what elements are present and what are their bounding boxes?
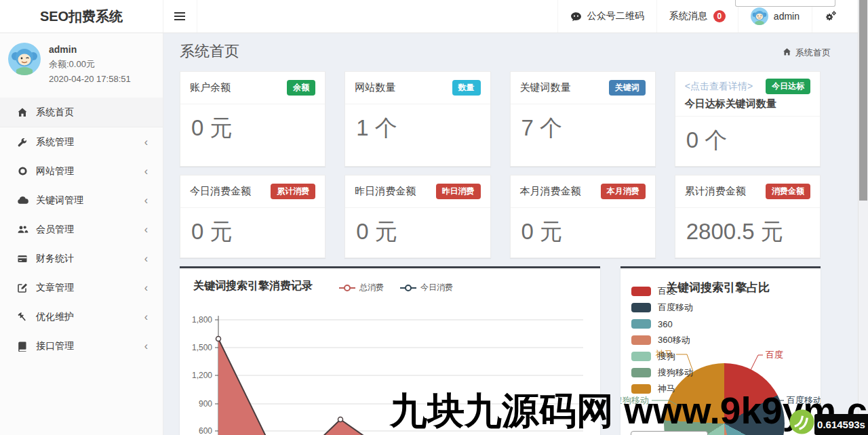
y-tick: 1,500: [192, 343, 212, 352]
wrench-icon: [16, 137, 28, 148]
stat-card-value: 0 元: [180, 208, 325, 257]
edit-icon: [16, 283, 28, 293]
legend-item-sogou[interactable]: 搜狗: [631, 348, 693, 365]
legend-item-baidu-mobile[interactable]: 百度移动: [631, 299, 693, 316]
sidebar-item-label: 网站管理: [36, 165, 74, 178]
sidebar-menu: 系统首页 系统管理 ‹ 网站管理 ‹ 关键词管理: [0, 98, 163, 360]
sidebar-item-website[interactable]: 网站管理 ‹: [0, 157, 163, 186]
sidebar-item-home[interactable]: 系统首页: [0, 98, 163, 127]
legend-item-sogou-mobile[interactable]: 搜狗移动: [631, 365, 693, 381]
legend-swatch: [631, 303, 651, 312]
stat-card-value: 1 个: [345, 104, 490, 154]
legend-label: 百度: [658, 285, 675, 297]
stat-card-value: 0 元: [180, 104, 325, 154]
book-icon: [16, 341, 28, 352]
y-tick: 1,200: [192, 371, 212, 380]
status-badge: 数量: [452, 80, 481, 96]
hamburger-icon: [174, 10, 185, 22]
messages-menu-item[interactable]: 系统消息 0: [656, 0, 738, 33]
legend-item-today[interactable]: 今日消费: [400, 282, 453, 293]
open-dropdown-panel: [735, 0, 835, 7]
legend-item-baidu[interactable]: 百度: [631, 283, 693, 299]
cogs-icon: [825, 10, 837, 22]
stat-card-subtitle: 今日达标关键词数量: [685, 98, 810, 110]
thinkphp-trace-icon[interactable]: [789, 409, 815, 435]
chevron-left-icon: ‹: [144, 312, 148, 323]
legend-item-total[interactable]: 总消费: [339, 282, 384, 293]
stat-cards-row-2: 今日消费金额 累计消费 0 元 昨日消费金额 昨日消费 0 元 本月消费金额 本…: [180, 175, 821, 258]
legend-item-360[interactable]: 360: [631, 316, 693, 332]
legend-label: 百度移动: [658, 302, 693, 314]
sidebar-item-optimization[interactable]: 优化维护 ‹: [0, 302, 163, 331]
sidebar: admin 余额:0.00元 2020-04-20 17:58:51 系统首页 …: [0, 33, 163, 435]
stat-card-total-spend: 累计消费金额 消费金额 2800.5 元: [675, 175, 821, 258]
legend-item-360-mobile[interactable]: 360移动: [631, 332, 693, 348]
avatar: [8, 43, 41, 75]
status-badge: 关键词: [609, 80, 646, 96]
breadcrumb-label: 系统首页: [795, 47, 831, 59]
chevron-left-icon: ‹: [144, 166, 148, 177]
stat-card-today-reached: <点击查看详情> 今日达标 今日达标关键词数量 0 个: [675, 71, 821, 167]
messages-label: 系统消息: [669, 10, 707, 22]
brand-logo: SEO扣费系统: [0, 0, 163, 33]
status-badge: 累计消费: [271, 184, 315, 199]
credit-card-icon: [16, 253, 28, 264]
legend-swatch: [631, 287, 651, 296]
breadcrumb[interactable]: 系统首页: [783, 47, 831, 59]
chevron-left-icon: ‹: [144, 137, 148, 148]
stat-card-title: 账户余额: [190, 81, 231, 94]
status-badge: 余额: [287, 80, 315, 96]
stat-card-title: 昨日消费金额: [355, 185, 416, 198]
chevron-left-icon: ‹: [144, 283, 148, 293]
sidebar-item-keywords[interactable]: 关键词管理 ‹: [0, 186, 163, 215]
stat-card-yesterday-spend: 昨日消费金额 昨日消费 0 元: [344, 175, 490, 258]
line-chart-legend: 总消费 今日消费: [339, 282, 453, 293]
chevron-left-icon: ‹: [144, 224, 148, 235]
legend-label: 360移动: [658, 334, 690, 346]
scrollbar-thumb[interactable]: [859, 0, 867, 201]
stat-card-websites: 网站数量 数量 1 个: [344, 71, 490, 167]
chevron-left-icon: ‹: [144, 341, 148, 352]
y-tick: 900: [199, 399, 212, 409]
legend-swatch: [631, 352, 651, 361]
stat-card-value: 0 个: [675, 117, 820, 166]
sidebar-item-label: 关键词管理: [36, 194, 83, 207]
sidebar-toggle-button[interactable]: [163, 0, 197, 33]
legend-label: 总消费: [359, 282, 384, 293]
stat-card-balance: 账户余额 余额 0 元: [180, 71, 326, 167]
sidebar-item-label: 财务统计: [36, 253, 74, 265]
qrcode-menu-item[interactable]: 公众号二维码: [557, 0, 656, 33]
legend-label: 搜狗移动: [658, 367, 693, 379]
stat-card-value: 0 元: [345, 208, 490, 257]
stat-card-month-spend: 本月消费金额 本月消费 0 元: [510, 175, 656, 258]
gavel-icon: [16, 312, 28, 323]
stat-card-title: 关键词数量: [520, 81, 571, 94]
legend-label: 搜狗: [658, 350, 675, 362]
sidebar-item-system[interactable]: 系统管理 ‹: [0, 127, 163, 157]
view-details-link[interactable]: <点击查看详情>: [685, 81, 753, 93]
circle-o-icon: [16, 166, 28, 176]
chevron-left-icon: ‹: [144, 195, 148, 206]
line-marker-icon: [339, 285, 355, 291]
sidebar-item-finance[interactable]: 财务统计 ‹: [0, 244, 163, 273]
stat-card-value: 7 个: [511, 104, 655, 154]
home-icon: [783, 47, 791, 58]
status-badge: 今日达标: [766, 79, 810, 94]
username-label: admin: [774, 11, 800, 22]
chevron-left-icon: ‹: [144, 253, 148, 264]
sidebar-item-label: 文章管理: [36, 282, 74, 294]
page-title: 系统首页: [180, 41, 239, 62]
page-load-time: 0.614593s: [814, 414, 868, 435]
seo-admin-dashboard: SEO扣费系统 公众号二维码 系统消息 0: [0, 0, 868, 435]
sidebar-item-label: 接口管理: [36, 340, 74, 352]
cloud-icon: [16, 194, 28, 206]
sidebar-item-api[interactable]: 接口管理 ‹: [0, 331, 163, 360]
stat-card-today-spend: 今日消费金额 累计消费 0 元: [180, 175, 326, 258]
pie-chart-legend: 百度 百度移动 360 360移动 搜狗 搜狗移动: [631, 283, 693, 397]
stat-card-title: 本月消费金额: [520, 185, 581, 198]
sidebar-item-members[interactable]: 会员管理 ‹: [0, 215, 163, 244]
line-marker-icon: [400, 285, 416, 291]
avatar: [751, 7, 768, 25]
comment-icon: [570, 11, 582, 22]
sidebar-item-articles[interactable]: 文章管理 ‹: [0, 273, 163, 302]
